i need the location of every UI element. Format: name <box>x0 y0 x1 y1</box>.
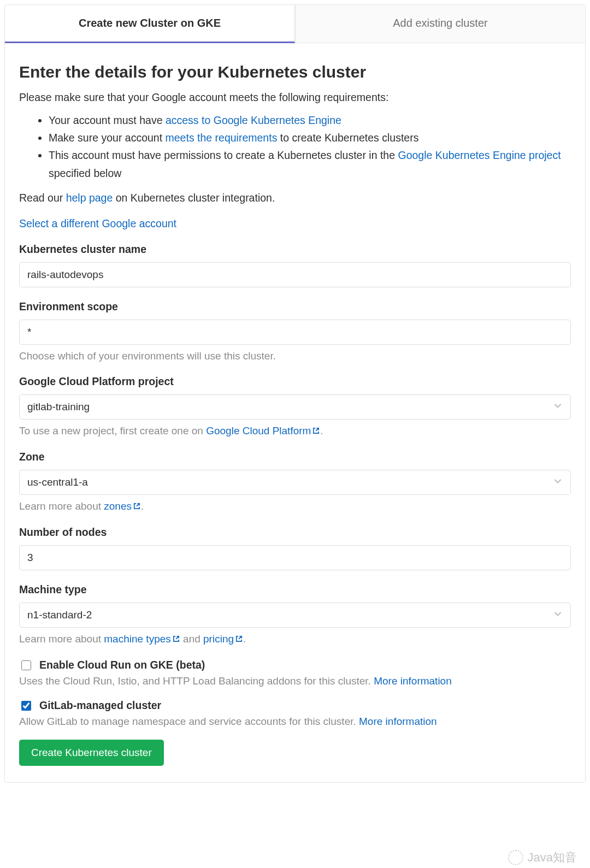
link-meets-requirements[interactable]: meets the requirements <box>166 132 278 144</box>
managed-help-text: Allow GitLab to manage namespace and ser… <box>19 716 359 727</box>
external-link-icon <box>172 634 180 646</box>
read-help: Read our help page on Kubernetes cluster… <box>19 192 571 204</box>
watermark-icon <box>508 850 523 865</box>
link-gcp-platform[interactable]: Google Cloud Platform <box>206 425 320 436</box>
req-item-3: This account must have permissions to cr… <box>49 146 571 181</box>
select-gcp-project[interactable]: gitlab-training <box>19 394 571 420</box>
mt-help-post: . <box>243 633 246 645</box>
help-cloudrun: Uses the Cloud Run, Istio, and HTTP Load… <box>19 675 571 687</box>
cloudrun-help-text: Uses the Cloud Run, Istio, and HTTP Load… <box>19 675 374 687</box>
link-managed-more[interactable]: More information <box>359 716 437 727</box>
input-cluster-name[interactable] <box>19 262 571 287</box>
tabs: Create new Cluster on GKE Add existing c… <box>5 5 585 43</box>
gcp-help-pre: To use a new project, first create one o… <box>19 425 206 436</box>
checkbox-row-managed: GitLab-managed cluster <box>19 699 571 712</box>
external-link-icon <box>235 634 243 646</box>
group-cluster-name: Kubernetes cluster name <box>19 243 571 287</box>
requirements-list: Your account must have access to Google … <box>19 111 571 182</box>
help-managed: Allow GitLab to manage namespace and ser… <box>19 716 571 728</box>
gcp-help-post: . <box>320 425 323 436</box>
label-env-scope: Environment scope <box>19 300 571 313</box>
intro-text: Please make sure that your Google accoun… <box>19 91 571 104</box>
read-post: on Kubernetes cluster integration. <box>113 192 275 204</box>
tab-create-cluster[interactable]: Create new Cluster on GKE <box>5 5 295 43</box>
external-link-icon <box>133 501 141 513</box>
select-zone[interactable]: us-central1-a <box>19 470 571 495</box>
req-item-1: Your account must have access to Google … <box>49 111 571 129</box>
link-cloudrun-more[interactable]: More information <box>374 675 452 687</box>
req2-post: to create Kubernetes clusters <box>277 132 418 144</box>
group-zone: Zone us-central1-a Learn more about zone… <box>19 451 571 513</box>
external-link-icon <box>312 426 320 438</box>
req2-pre: Make sure your account <box>49 132 166 144</box>
link-gke-access[interactable]: access to Google Kubernetes Engine <box>166 114 341 126</box>
tab-add-existing[interactable]: Add existing cluster <box>295 5 585 43</box>
group-machine-type: Machine type n1-standard-2 Learn more ab… <box>19 583 571 646</box>
watermark-text: Java知音 <box>528 849 577 866</box>
req1-pre: Your account must have <box>49 114 166 126</box>
req3-pre: This account must have permissions to cr… <box>49 149 398 161</box>
group-gcp-project: Google Cloud Platform project gitlab-tra… <box>19 375 571 438</box>
req3-post: specified below <box>49 167 121 179</box>
label-zone: Zone <box>19 451 571 463</box>
input-nodes[interactable] <box>19 545 571 570</box>
link-select-google-account[interactable]: Select a different Google account <box>19 217 176 230</box>
select-machine-type[interactable]: n1-standard-2 <box>19 603 571 628</box>
help-env-scope: Choose which of your environments will u… <box>19 350 571 362</box>
watermark: Java知音 <box>508 849 577 866</box>
checkbox-managed[interactable] <box>21 701 31 711</box>
mt-help-pre: Learn more about <box>19 633 104 645</box>
create-cluster-button[interactable]: Create Kubernetes cluster <box>19 740 164 766</box>
link-machine-types[interactable]: machine types <box>104 633 180 645</box>
link-zones[interactable]: zones <box>104 500 141 512</box>
label-machine-type: Machine type <box>19 583 571 596</box>
help-gcp-project: To use a new project, first create one o… <box>19 425 571 438</box>
req-item-2: Make sure your account meets the require… <box>49 129 571 146</box>
checkbox-row-cloudrun: Enable Cloud Run on GKE (beta) <box>19 659 571 672</box>
read-pre: Read our <box>19 192 66 204</box>
link-pricing[interactable]: pricing <box>203 633 243 645</box>
link-gke-project[interactable]: Google Kubernetes Engine project <box>398 149 560 161</box>
group-env-scope: Environment scope Choose which of your e… <box>19 300 571 362</box>
label-cloudrun: Enable Cloud Run on GKE (beta) <box>39 659 205 671</box>
help-zone: Learn more about zones. <box>19 500 571 513</box>
link-help-page[interactable]: help page <box>66 192 113 204</box>
mt-help-mid: and <box>180 633 203 645</box>
input-env-scope[interactable] <box>19 320 571 345</box>
label-nodes: Number of nodes <box>19 526 571 539</box>
zone-help-pre: Learn more about <box>19 500 104 512</box>
zone-help-post: . <box>141 500 144 512</box>
label-gcp-project: Google Cloud Platform project <box>19 375 571 388</box>
help-machine-type: Learn more about machine types and prici… <box>19 633 571 646</box>
label-managed: GitLab-managed cluster <box>39 699 161 712</box>
page-title: Enter the details for your Kubernetes cl… <box>19 63 571 81</box>
cluster-panel: Create new Cluster on GKE Add existing c… <box>4 4 586 783</box>
label-cluster-name: Kubernetes cluster name <box>19 243 571 256</box>
group-nodes: Number of nodes <box>19 526 571 570</box>
form-content: Enter the details for your Kubernetes cl… <box>5 43 585 782</box>
checkbox-cloudrun[interactable] <box>21 660 31 670</box>
